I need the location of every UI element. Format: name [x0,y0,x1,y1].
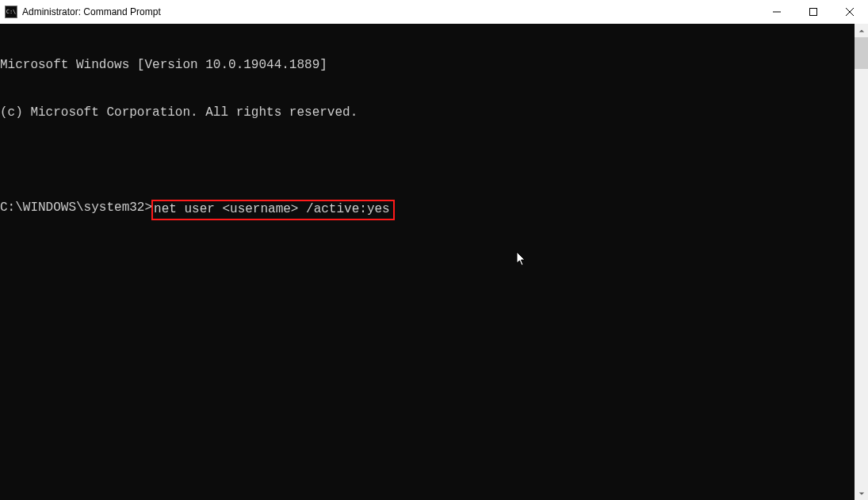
vertical-scrollbar[interactable] [855,24,868,500]
cmd-icon: C:\ [5,6,17,18]
prompt-text: C:\WINDOWS\system32> [0,200,152,216]
window-controls [759,0,868,24]
content-row: Microsoft Windows [Version 10.0.19044.18… [0,24,868,500]
close-button[interactable] [832,0,868,24]
scroll-up-button[interactable] [855,24,868,37]
svg-rect-1 [810,9,817,16]
title-left: C:\ Administrator: Command Prompt [5,6,161,18]
version-line: Microsoft Windows [Version 10.0.19044.18… [0,57,855,73]
titlebar: C:\ Administrator: Command Prompt [0,0,868,24]
minimize-button[interactable] [759,0,795,24]
copyright-line: (c) Microsoft Corporation. All rights re… [0,105,855,120]
command-text: net user <username> /active:yes [154,202,390,216]
cmd-window: C:\ Administrator: Command Prompt Micros… [0,0,868,500]
command-highlight: net user <username> /active:yes [151,200,395,220]
terminal-area[interactable]: Microsoft Windows [Version 10.0.19044.18… [0,24,855,500]
scroll-track[interactable] [855,37,868,487]
prompt-line: C:\WINDOWS\system32>net user <username> … [0,200,855,216]
scroll-thumb[interactable] [855,37,868,69]
blank-line [0,152,855,168]
window-title: Administrator: Command Prompt [22,6,161,17]
scroll-down-button[interactable] [855,487,868,500]
maximize-button[interactable] [795,0,832,24]
mouse-cursor-icon [455,235,527,288]
